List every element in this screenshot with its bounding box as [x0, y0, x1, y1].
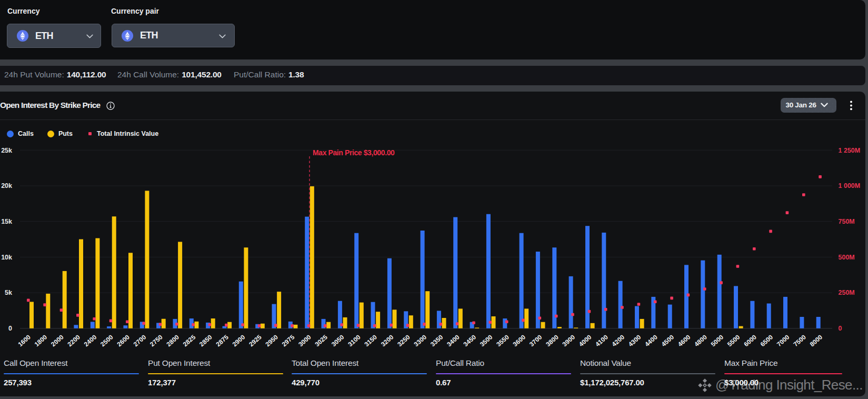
svg-text:2950: 2950: [264, 333, 280, 348]
svg-text:15k: 15k: [1, 218, 12, 225]
svg-text:2700: 2700: [132, 333, 148, 348]
svg-text:2400: 2400: [83, 333, 98, 348]
svg-text:4000: 4000: [577, 333, 593, 348]
svg-text:3500: 3500: [478, 333, 494, 348]
svg-text:2200: 2200: [66, 333, 82, 348]
svg-text:2800: 2800: [165, 333, 181, 348]
svg-text:8000: 8000: [809, 333, 824, 348]
svg-text:20k: 20k: [1, 182, 12, 189]
svg-text:2500: 2500: [99, 333, 115, 348]
svg-text:4300: 4300: [627, 333, 643, 348]
svg-text:25k: 25k: [1, 147, 12, 154]
svg-text:7000: 7000: [775, 333, 791, 348]
svg-text:0: 0: [8, 325, 12, 332]
svg-text:2000: 2000: [49, 333, 65, 348]
svg-text:3900: 3900: [561, 333, 577, 348]
svg-text:1800: 1800: [33, 333, 49, 348]
svg-text:7500: 7500: [792, 333, 807, 348]
svg-text:1 000M: 1 000M: [839, 182, 861, 189]
svg-text:3400: 3400: [445, 333, 461, 348]
svg-text:4500: 4500: [660, 333, 676, 348]
svg-text:1 250M: 1 250M: [839, 147, 861, 154]
svg-text:3550: 3550: [495, 333, 511, 348]
svg-text:3050: 3050: [330, 333, 346, 348]
svg-text:250M: 250M: [839, 289, 855, 296]
svg-text:3200: 3200: [380, 333, 395, 348]
svg-text:4600: 4600: [676, 333, 692, 348]
svg-text:500M: 500M: [839, 254, 855, 261]
svg-text:2900: 2900: [231, 333, 247, 348]
svg-text:2850: 2850: [198, 333, 214, 348]
svg-text:6000: 6000: [742, 333, 758, 348]
svg-text:3150: 3150: [363, 333, 379, 348]
svg-text:1600: 1600: [16, 333, 32, 348]
svg-text:3600: 3600: [512, 333, 527, 348]
svg-text:2600: 2600: [115, 333, 131, 348]
svg-text:3025: 3025: [314, 333, 330, 348]
svg-text:3250: 3250: [396, 333, 412, 348]
svg-text:4100: 4100: [594, 333, 610, 348]
svg-text:2875: 2875: [215, 333, 231, 348]
svg-text:5k: 5k: [5, 289, 12, 296]
svg-text:6500: 6500: [759, 333, 775, 348]
svg-text:5500: 5500: [726, 333, 742, 348]
svg-text:3000: 3000: [297, 333, 313, 348]
svg-text:2750: 2750: [148, 333, 164, 348]
svg-text:2825: 2825: [182, 333, 197, 348]
svg-text:Max Pain Price $3,000.00: Max Pain Price $3,000.00: [313, 148, 395, 157]
svg-text:0: 0: [839, 325, 842, 332]
svg-text:2975: 2975: [281, 333, 296, 348]
svg-text:3300: 3300: [413, 333, 428, 348]
svg-text:3800: 3800: [544, 333, 560, 348]
svg-text:3100: 3100: [346, 333, 362, 348]
svg-text:4800: 4800: [693, 333, 709, 348]
svg-text:3350: 3350: [429, 333, 445, 348]
svg-text:10k: 10k: [1, 254, 12, 261]
svg-text:2925: 2925: [247, 333, 263, 348]
svg-text:5000: 5000: [710, 333, 725, 348]
svg-text:3450: 3450: [462, 333, 478, 348]
svg-text:750M: 750M: [839, 218, 855, 225]
svg-text:3700: 3700: [528, 333, 544, 348]
svg-text:4400: 4400: [643, 333, 659, 348]
svg-text:4200: 4200: [611, 333, 626, 348]
